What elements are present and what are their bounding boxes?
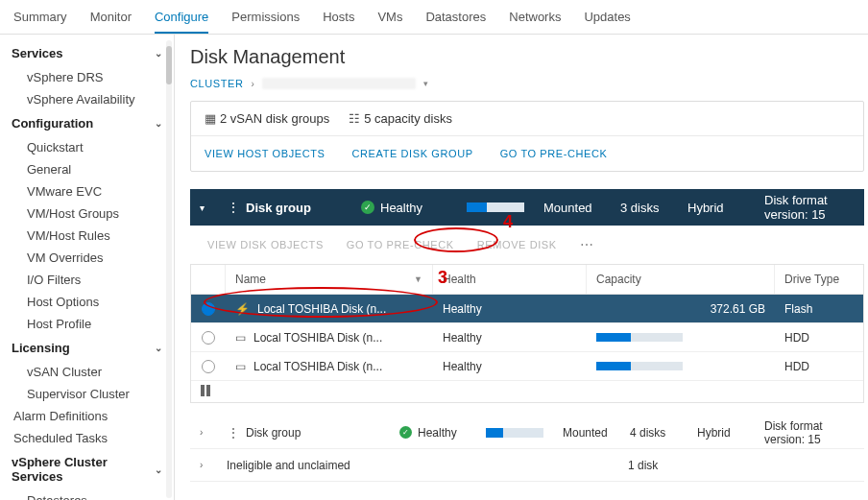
col-capacity[interactable]: Capacity [596, 273, 641, 286]
flash-disk-icon: ⚡ [235, 302, 250, 316]
create-disk-group-link[interactable]: CREATE DISK GROUP [352, 148, 473, 159]
row-radio[interactable] [202, 302, 215, 316]
table-row[interactable]: ▭Local TOSHIBA Disk (n...HealthyHDD [191, 323, 863, 352]
table-footer [191, 381, 863, 402]
chevron-down-icon[interactable]: ▾ [200, 202, 205, 213]
sidebar-item[interactable]: General [0, 158, 174, 180]
sidebar-section[interactable]: Configuration⌄ [0, 110, 174, 136]
sidebar-item[interactable]: VM Overrides [0, 247, 174, 269]
hdd-icon: ▭ [235, 331, 246, 345]
disk-type: Hybrid [687, 201, 724, 215]
view-disk-objects-action[interactable]: VIEW DISK OBJECTS [207, 239, 324, 250]
more-actions-icon[interactable]: ⋯ [580, 237, 594, 252]
chevron-right-icon[interactable]: › [200, 427, 203, 438]
health-text: Healthy [443, 331, 482, 345]
disk-group-label: Disk group [246, 201, 311, 215]
table-row[interactable]: ⚡Local TOSHIBA Disk (n...Healthy372.61 G… [191, 295, 863, 323]
drive-type-text: Flash [784, 302, 812, 316]
sidebar-item[interactable]: VMware EVC [0, 180, 174, 202]
capacity-bar [596, 362, 683, 370]
page-title: Disk Management [190, 46, 864, 68]
col-drive-type[interactable]: Drive Type [784, 273, 839, 286]
row-radio[interactable] [202, 331, 215, 345]
disk-group-header: ▾ ⋮ Disk group ✓Healthy Mounted 3 disks … [190, 189, 864, 226]
tab-configure[interactable]: Configure [155, 4, 208, 34]
breadcrumb-current [262, 78, 416, 89]
capacity-bar [596, 333, 683, 342]
tab-hosts[interactable]: Hosts [323, 4, 354, 34]
summary-stat: 5 capacity disks [364, 111, 452, 126]
sidebar-item[interactable]: VM/Host Groups [0, 202, 174, 225]
col-name[interactable]: Name [235, 273, 266, 286]
sidebar-section[interactable]: Services⌄ [0, 40, 174, 66]
breadcrumb-root[interactable]: CLUSTER [190, 78, 244, 89]
tab-updates[interactable]: Updates [584, 4, 630, 34]
sidebar-item[interactable]: I/O Filters [0, 269, 174, 291]
summary-panel: ▦2 vSAN disk groups ☷5 capacity disks VI… [190, 101, 864, 172]
tab-monitor[interactable]: Monitor [90, 4, 132, 34]
col-health[interactable]: Health [443, 273, 476, 286]
disk-name: Local TOSHIBA Disk (n... [257, 302, 386, 316]
sidebar: Services⌄vSphere DRSvSphere Availability… [0, 35, 175, 500]
usage-bar [467, 202, 524, 212]
chevron-down-icon: ⌄ [155, 48, 162, 59]
summary-row[interactable]: ›⋮Disk group✓HealthyMounted4 disksHybrid… [190, 417, 864, 449]
health-ok-icon: ✓ [361, 201, 374, 214]
capacity-text: 372.61 GB [711, 302, 765, 316]
usage-bar [486, 428, 543, 438]
tab-networks[interactable]: Networks [509, 4, 561, 34]
view-host-objects-link[interactable]: VIEW HOST OBJECTS [205, 148, 326, 159]
main-content: Disk Management CLUSTER › ▾ ▦2 vSAN disk… [175, 35, 868, 500]
top-tabs: SummaryMonitorConfigurePermissionsHostsV… [0, 0, 868, 35]
remove-disk-action[interactable]: REMOVE DISK [477, 239, 557, 250]
sidebar-scrollbar[interactable] [166, 40, 172, 498]
capacity-icon: ☷ [349, 111, 360, 126]
chevron-down-icon: ⌄ [155, 343, 162, 353]
column-toggle-icon[interactable] [201, 385, 212, 396]
row-radio[interactable] [202, 360, 215, 373]
row-label: Ineligible and unclaimed [227, 459, 350, 472]
sidebar-item[interactable]: Quickstart [0, 136, 174, 158]
disk-group-icon: ▦ [205, 111, 216, 126]
disk-actions-row: VIEW DISK OBJECTS GO TO PRE-CHECK REMOVE… [190, 226, 864, 264]
drive-type-text: HDD [784, 331, 809, 345]
sidebar-section[interactable]: vSphere Cluster Services⌄ [0, 449, 174, 489]
chevron-down-icon[interactable]: ▾ [423, 79, 429, 88]
summary-stats: ▦2 vSAN disk groups ☷5 capacity disks [191, 102, 863, 136]
health-text: Healthy [443, 302, 482, 316]
sidebar-item[interactable]: Scheduled Tasks [0, 427, 174, 449]
hdd-icon: ▭ [235, 360, 246, 373]
panel-actions: VIEW HOST OBJECTS CREATE DISK GROUP GO T… [191, 136, 863, 171]
chevron-right-icon[interactable]: › [200, 460, 203, 470]
tab-vms[interactable]: VMs [377, 4, 402, 34]
sidebar-item[interactable]: Supervisor Cluster [0, 383, 174, 405]
tab-permissions[interactable]: Permissions [231, 4, 300, 34]
drive-type-text: HDD [784, 360, 809, 373]
sidebar-item[interactable]: VM/Host Rules [0, 225, 174, 247]
chevron-right-icon: › [252, 79, 255, 89]
health-text: Healthy [443, 360, 482, 373]
chevron-down-icon: ⌄ [155, 464, 162, 475]
summary-row[interactable]: ›Ineligible and unclaimed1 disk [190, 449, 864, 482]
health-ok-icon: ✓ [399, 426, 412, 439]
summary-stat: 2 vSAN disk groups [220, 111, 329, 126]
go-to-precheck-link[interactable]: GO TO PRE-CHECK [500, 148, 608, 159]
sidebar-item[interactable]: vSphere DRS [0, 66, 174, 88]
sidebar-item[interactable]: vSphere Availability [0, 88, 174, 110]
go-to-precheck-action[interactable]: GO TO PRE-CHECK [347, 239, 454, 250]
sidebar-item[interactable]: vSAN Cluster [0, 361, 174, 383]
disk-name: Local TOSHIBA Disk (n... [253, 360, 382, 373]
tab-datastores[interactable]: Datastores [425, 4, 486, 34]
sidebar-section[interactable]: Licensing⌄ [0, 335, 174, 361]
disks-table: Name▼ Health Capacity Drive Type ⚡Local … [190, 264, 864, 403]
row-label: Disk group [246, 426, 301, 440]
sidebar-item[interactable]: Datastores [0, 489, 174, 500]
breadcrumb[interactable]: CLUSTER › ▾ [190, 78, 864, 89]
sidebar-item[interactable]: Host Options [0, 291, 174, 313]
sidebar-item[interactable]: Host Profile [0, 313, 174, 335]
filter-icon[interactable]: ▼ [414, 274, 422, 284]
table-row[interactable]: ▭Local TOSHIBA Disk (n...HealthyHDD [191, 352, 863, 381]
tab-summary[interactable]: Summary [13, 4, 67, 34]
sidebar-item[interactable]: Alarm Definitions [0, 405, 174, 427]
health-text: Healthy [380, 201, 422, 215]
